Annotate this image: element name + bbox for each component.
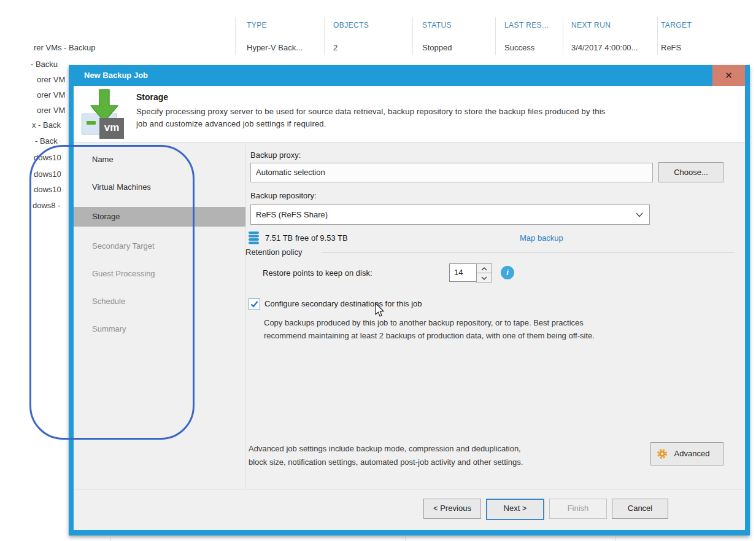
column-separator xyxy=(412,17,413,55)
job-list-item[interactable]: orer VM xyxy=(37,106,65,115)
row-cell-target: ReFS xyxy=(661,43,681,52)
stepper-up-button[interactable] xyxy=(476,263,492,273)
restore-points-stepper: 14 xyxy=(449,263,492,282)
backup-proxy-field[interactable]: Automatic selection xyxy=(250,163,653,182)
free-space-text: 7.51 TB free of 9.53 TB xyxy=(265,233,348,243)
chevron-up-icon xyxy=(477,265,492,273)
secondary-destinations-label[interactable]: Configure secondary destinations for thi… xyxy=(264,299,422,308)
secondary-destinations-checkbox[interactable] xyxy=(249,298,260,310)
step-description-line1: Specify processing proxy server to be us… xyxy=(136,107,606,116)
column-header-status[interactable]: STATUS xyxy=(422,21,452,29)
job-list-item[interactable]: orer VM xyxy=(37,75,65,84)
stepper-down-button[interactable] xyxy=(476,273,492,282)
chevron-down-icon xyxy=(636,212,643,217)
column-separator xyxy=(495,17,496,55)
footer-separator xyxy=(74,489,745,489)
row-cell-last-result: Success xyxy=(504,43,534,52)
row-cell-type: Hyper-V Back... xyxy=(247,43,303,52)
backup-repository-select[interactable]: ReFS (ReFS Share) xyxy=(250,204,650,225)
gear-icon xyxy=(657,448,668,459)
info-icon: i xyxy=(501,266,514,279)
check-icon xyxy=(249,299,260,309)
column-separator xyxy=(615,537,616,541)
advanced-description-line1: Advanced job settings include backup mod… xyxy=(249,444,521,453)
backup-repository-value: ReFS (ReFS Share) xyxy=(256,210,328,219)
cancel-button[interactable]: Cancel xyxy=(612,499,668,519)
secondary-description-line1: Copy backups produced by this job to ano… xyxy=(264,318,584,327)
retention-policy-groupline xyxy=(322,252,735,253)
disk-stack-icon xyxy=(248,231,260,244)
vm-badge-icon: vm xyxy=(99,118,124,139)
restore-points-label: Restore points to keep on disk: xyxy=(263,268,372,278)
column-header-target[interactable]: TARGET xyxy=(661,21,692,29)
column-separator xyxy=(110,537,111,541)
advanced-button[interactable]: Advanced xyxy=(650,442,723,465)
close-button[interactable]: ✕ xyxy=(712,65,745,86)
job-list-item[interactable]: orer VM xyxy=(37,90,65,99)
backup-repository-label: Backup repository: xyxy=(250,191,317,200)
column-header-type[interactable]: TYPE xyxy=(247,21,267,29)
nav-separator xyxy=(245,145,246,489)
row-cell-next-run: 3/4/2017 4:00:00... xyxy=(571,43,638,52)
secondary-description-line2: recommend maintaining at least 2 backups… xyxy=(264,331,595,340)
retention-policy-group-label: Retention policy xyxy=(245,247,303,257)
column-header-next-run[interactable]: NEXT RUN xyxy=(571,21,611,29)
column-separator xyxy=(324,17,325,55)
map-backup-link[interactable]: Map backup xyxy=(520,233,563,243)
column-separator xyxy=(235,17,236,55)
choose-button[interactable]: Choose... xyxy=(658,162,723,182)
screen: TYPE OBJECTS STATUS LAST RES... NEXT RUN… xyxy=(0,0,756,541)
annotation-highlight-box xyxy=(29,145,195,440)
column-separator xyxy=(405,537,406,541)
advanced-button-label: Advanced xyxy=(674,449,710,458)
advanced-description-line2: block size, notification settings, autom… xyxy=(249,457,523,467)
close-icon: ✕ xyxy=(725,70,733,80)
previous-button[interactable]: < Previous xyxy=(423,499,481,519)
dialog-title: New Backup Job xyxy=(84,71,148,80)
job-list-item[interactable]: - Back xyxy=(35,136,58,146)
backup-proxy-label: Backup proxy: xyxy=(250,150,301,160)
column-header-last-result[interactable]: LAST RES... xyxy=(504,21,549,29)
column-header-objects[interactable]: OBJECTS xyxy=(333,21,369,29)
minus-icon xyxy=(87,121,96,125)
finish-button[interactable]: Finish xyxy=(549,499,607,519)
mouse-cursor xyxy=(375,303,386,317)
job-list-item[interactable]: x - Back xyxy=(32,120,61,130)
dialog-titlebar[interactable]: New Backup Job ✕ xyxy=(69,65,750,86)
column-separator xyxy=(563,17,563,55)
column-separator xyxy=(657,17,658,55)
next-button[interactable]: Next > xyxy=(486,499,544,520)
row-cell-status: Stopped xyxy=(422,43,452,52)
row-cell-name: rer VMs - Backup xyxy=(34,43,95,52)
step-title: Storage xyxy=(136,92,168,102)
row-cell-objects: 2 xyxy=(333,43,338,52)
wizard-header: vm Storage Specify processing proxy serv… xyxy=(74,86,745,142)
chevron-down-icon xyxy=(477,274,492,282)
step-description-line2: job and customize advanced job settings … xyxy=(136,119,326,128)
job-list-item[interactable]: - Backu xyxy=(31,60,58,69)
